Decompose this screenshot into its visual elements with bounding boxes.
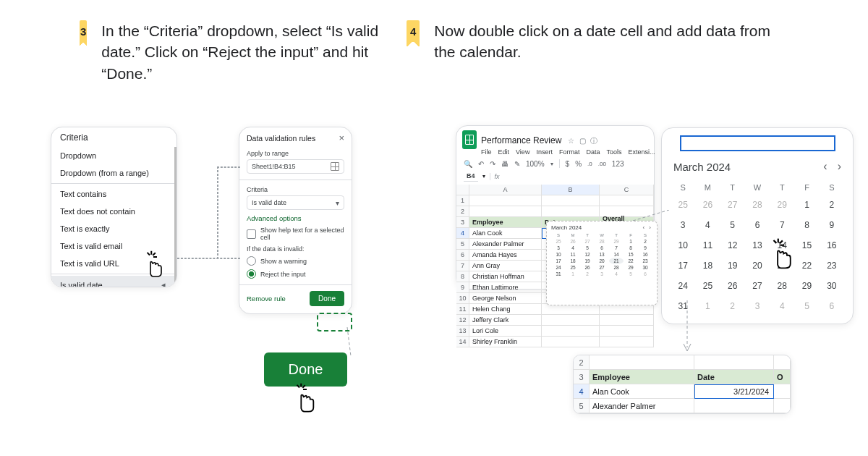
calendar-day[interactable]: 26 (566, 238, 580, 245)
calendar-day[interactable]: 27 (595, 264, 609, 271)
calendar-day[interactable]: 29 (609, 238, 624, 245)
criteria-option[interactable]: Text is valid URL (51, 255, 174, 272)
calendar-day[interactable]: 21 (770, 256, 794, 276)
calendar-day[interactable]: 29 (770, 195, 794, 215)
menu-item[interactable]: Data (586, 148, 600, 156)
calendar-day[interactable]: 19 (720, 256, 745, 276)
calendar-day[interactable]: 26 (580, 264, 595, 271)
calendar-day[interactable]: 2 (638, 238, 652, 245)
calendar-day[interactable]: 10 (551, 251, 566, 258)
calendar-day[interactable]: 25 (566, 264, 580, 271)
calendar-day[interactable]: 19 (580, 258, 595, 264)
calendar-day[interactable]: 25 (671, 195, 695, 215)
calendar-day[interactable]: 6 (638, 271, 652, 277)
criteria-option[interactable]: Dropdown (51, 147, 174, 164)
menu-item[interactable]: Format (559, 148, 580, 156)
calendar-day[interactable]: 9 (820, 215, 844, 235)
calendar-day[interactable]: 2 (580, 271, 595, 277)
calendar-day[interactable]: 24 (671, 276, 695, 296)
calendar-day[interactable]: 27 (720, 195, 745, 215)
calendar-day[interactable]: 5 (580, 245, 595, 251)
calendar-day[interactable]: 9 (638, 245, 652, 251)
criteria-option[interactable]: Dropdown (from a range) (51, 164, 174, 182)
calendar-day[interactable]: 3 (595, 271, 609, 277)
calendar-day[interactable]: 14 (770, 235, 794, 256)
menu-item[interactable]: Insert (536, 148, 553, 156)
calendar-day[interactable]: 25 (695, 276, 720, 296)
calendar-day[interactable]: 5 (794, 296, 819, 316)
redo-icon[interactable]: ↷ (490, 160, 495, 168)
calendar-day[interactable]: 29 (794, 276, 819, 296)
calendar-day[interactable]: 2 (820, 195, 844, 215)
calendar-day[interactable]: 13 (595, 251, 609, 258)
calendar-day[interactable]: 20 (745, 256, 770, 276)
calendar-day[interactable]: 12 (580, 251, 595, 258)
criteria-option[interactable]: Text does not contain (51, 203, 174, 220)
calendar-day[interactable]: 3 (745, 296, 770, 316)
calendar-day[interactable]: 28 (745, 195, 770, 215)
criteria-option[interactable]: Text is exactly (51, 220, 174, 237)
calendar-day[interactable]: 30 (638, 264, 652, 271)
calendar-day[interactable]: 4 (770, 296, 794, 316)
calendar-day[interactable]: 30 (820, 276, 844, 296)
calendar-day[interactable]: 4 (609, 271, 624, 277)
calendar-day[interactable]: 28 (609, 264, 624, 271)
calendar-day[interactable]: 10 (671, 235, 695, 256)
calendar-day[interactable]: 13 (745, 235, 770, 256)
calendar-day[interactable]: 8 (794, 215, 819, 235)
calendar-day[interactable]: 21 (609, 258, 624, 264)
calendar-day[interactable]: 22 (624, 258, 638, 264)
calendar-day[interactable]: 22 (794, 256, 819, 276)
criteria-select[interactable]: Is valid date ▾ (247, 195, 344, 210)
next-month-icon[interactable]: › (838, 160, 841, 173)
calendar-day[interactable]: 31 (551, 271, 566, 277)
calendar-day[interactable]: 7 (770, 215, 794, 235)
mini-calendar-popup[interactable]: March 2024 ‹ › SMTWTFS252627282912345678… (546, 221, 658, 305)
apply-range-input[interactable]: Sheet1!B4:B15 (247, 159, 344, 174)
calendar-day[interactable]: 1 (695, 296, 720, 316)
advanced-options-link[interactable]: Advanced options (247, 214, 344, 222)
menu-item[interactable]: Edit (498, 148, 510, 156)
remove-rule-button[interactable]: Remove rule (247, 295, 286, 303)
name-box[interactable]: B4 (464, 171, 478, 182)
prev-month-icon[interactable]: ‹ (823, 160, 827, 173)
calendar-day[interactable]: 5 (720, 215, 745, 235)
calendar-day[interactable]: 16 (638, 251, 652, 258)
calendar-day[interactable]: 25 (551, 238, 566, 245)
toolbar[interactable]: 🔍 ↶ ↷ 🖶 ✎ 100%▾ $% .0.00 123 (456, 156, 654, 171)
calendar-day[interactable]: 7 (609, 245, 624, 251)
calendar-day[interactable]: 27 (580, 238, 595, 245)
menu-item[interactable]: Tools (606, 148, 621, 156)
criteria-option[interactable]: Is valid date ◂ (51, 276, 174, 287)
calendar-day[interactable]: 14 (609, 251, 624, 258)
calendar-day[interactable]: 20 (595, 258, 609, 264)
calendar-day[interactable]: 12 (720, 235, 745, 256)
calendar-day[interactable]: 16 (820, 235, 844, 256)
calendar-day[interactable]: 3 (551, 245, 566, 251)
doc-title[interactable]: Performance Review (481, 135, 561, 145)
radio-reject-input[interactable] (247, 269, 256, 279)
calendar-day[interactable]: 6 (595, 245, 609, 251)
calendar-day[interactable]: 11 (695, 235, 720, 256)
calendar-day[interactable]: 28 (595, 238, 609, 245)
print-icon[interactable]: 🖶 (501, 160, 509, 168)
menu-item[interactable]: Extensi... (628, 148, 655, 156)
undo-icon[interactable]: ↶ (478, 160, 484, 168)
calendar-day[interactable]: 1 (794, 195, 819, 215)
calendar-day[interactable]: 23 (820, 256, 844, 276)
calendar-day[interactable]: 23 (638, 258, 652, 264)
calendar-day[interactable]: 24 (551, 264, 566, 271)
calendar-day[interactable]: 15 (794, 235, 819, 256)
paint-icon[interactable]: ✎ (514, 160, 520, 168)
show-help-checkbox[interactable] (247, 229, 256, 239)
next-month-icon[interactable]: › (649, 224, 652, 231)
calendar-day[interactable]: 26 (695, 195, 720, 215)
date-input[interactable] (680, 135, 835, 151)
calendar-day[interactable]: 4 (566, 245, 580, 251)
calendar-day[interactable]: 1 (566, 271, 580, 277)
calendar-day[interactable]: 1 (624, 238, 638, 245)
prev-month-icon[interactable]: ‹ (642, 224, 646, 231)
calendar-day[interactable]: 28 (770, 276, 794, 296)
calendar-day[interactable]: 6 (745, 215, 770, 235)
menu-item[interactable]: File (481, 148, 492, 156)
